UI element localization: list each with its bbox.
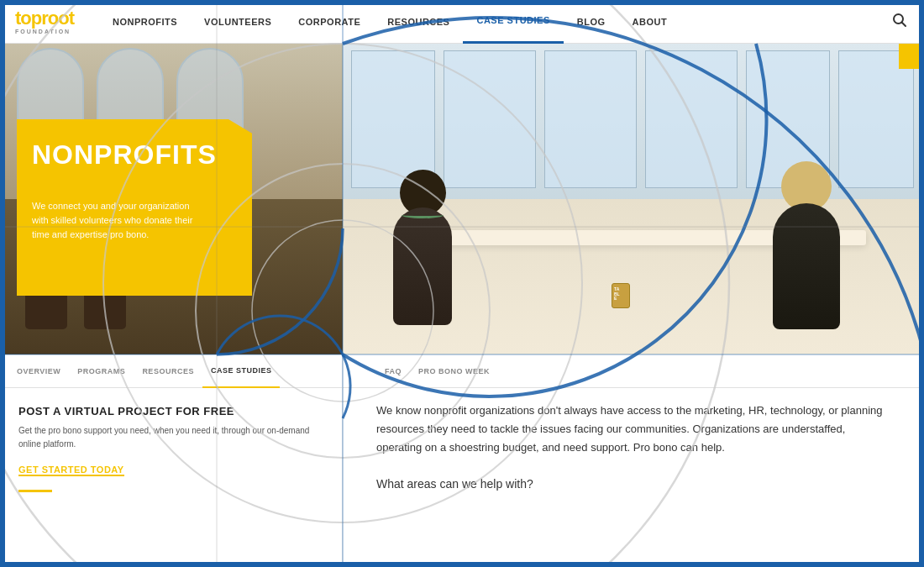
post-link[interactable]: Get started today	[18, 465, 124, 476]
hero-panel: NONPROFITS We connect you and your organ…	[0, 44, 343, 354]
sub-nav-pro-bono-week[interactable]: PRO BONO WEEK	[410, 354, 498, 388]
main-area: NONPROFITS We connect you and your organ…	[0, 44, 924, 567]
nav-resources[interactable]: RESOURCES	[374, 0, 463, 44]
main-nav: NONPROFITS VOLUNTEERS CORPORATE RESOURCE…	[99, 0, 892, 44]
yellow-corner-accent	[899, 44, 924, 69]
header: toproot FOUNDATION NONPROFITS VOLUNTEERS…	[0, 0, 924, 44]
logo-foundation: FOUNDATION	[15, 29, 71, 34]
nav-case-studies[interactable]: CASE STUDIES	[463, 0, 563, 44]
svg-line-1	[902, 22, 906, 26]
nav-nonprofits[interactable]: NONPROFITS	[99, 0, 191, 44]
nav-about[interactable]: ABOUT	[619, 0, 681, 44]
nav-volunteers[interactable]: VOLUNTEERS	[191, 0, 285, 44]
bottom-right-panel: FAQ PRO BONO WEEK We know nonprofit orga…	[343, 354, 924, 567]
sub-nav-resources[interactable]: RESOURCES	[134, 354, 202, 388]
nav-corporate[interactable]: CORPORATE	[285, 0, 374, 44]
sub-navigation: OVERVIEW PROGRAMS RESOURCES CASE STUDIES	[0, 354, 342, 388]
search-icon[interactable]	[892, 13, 907, 31]
sub-nav-programs[interactable]: PROGRAMS	[69, 354, 134, 388]
meeting-photo: TABLE	[343, 44, 924, 354]
post-section: POST A VIRTUAL PROJECT FOR FREE Get the …	[0, 388, 342, 492]
post-description: Get the pro bono support you need, when …	[18, 424, 323, 451]
bottom-left-panel: OVERVIEW PROGRAMS RESOURCES CASE STUDIES…	[0, 354, 343, 567]
nav-blog[interactable]: BLOG	[564, 0, 619, 44]
bottom-area: OVERVIEW PROGRAMS RESOURCES CASE STUDIES…	[0, 354, 924, 567]
sub-nav-overview[interactable]: OVERVIEW	[8, 354, 69, 388]
body-question: What areas can we help with?	[376, 475, 890, 493]
meeting-photo-panel: TABLE	[343, 44, 924, 354]
body-paragraph: We know nonprofit organizations don't al…	[376, 402, 890, 457]
section-divider	[18, 490, 52, 492]
post-title: POST A VIRTUAL PROJECT FOR FREE	[18, 405, 323, 417]
hero-description: We connect you and your organization wit…	[32, 199, 208, 242]
logo-name: toproot	[15, 9, 74, 28]
sub-nav-case-studies[interactable]: CASE STUDIES	[202, 354, 281, 388]
logo[interactable]: toproot FOUNDATION	[0, 9, 74, 34]
sub-nav-faq[interactable]: FAQ	[376, 354, 410, 388]
hero-title: NONPROFITS	[32, 140, 217, 170]
